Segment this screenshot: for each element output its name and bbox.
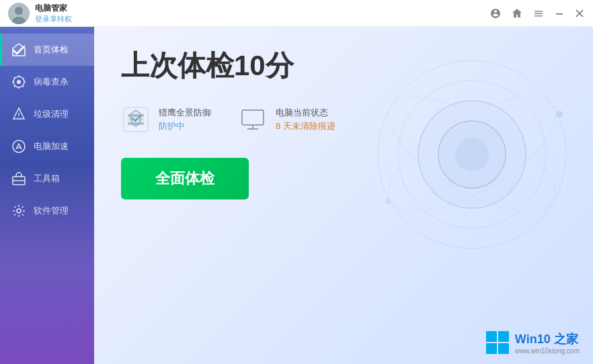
status-card-anti-virus: 猎鹰全景防御 防护中 [121,105,211,134]
status-card-pc-status: 电脑当前状态 8 天未清除痕迹 [238,105,335,134]
svg-rect-34 [486,343,497,354]
main-layout: 首页体检 病毒查杀 垃圾清理 [0,27,593,364]
svg-rect-6 [556,13,563,15]
svg-point-13 [18,117,19,118]
title-bar-icons [489,7,585,19]
sidebar-label-home-check: 首页体检 [34,44,69,56]
svg-point-26 [385,199,391,204]
sidebar-item-virus-scan[interactable]: 病毒查杀 [0,66,94,98]
home-check-icon [11,42,27,58]
sidebar-label-pc-boost: 电脑加速 [34,140,69,152]
svg-point-25 [556,111,563,118]
skin-icon[interactable] [489,7,502,19]
sidebar-label-virus-scan: 病毒查杀 [34,76,69,88]
menu-icon[interactable] [532,7,545,19]
pc-status-value: 8 天未清除痕迹 [276,120,335,132]
bg-decoration [338,47,566,262]
watermark-text: Win10 之家 www.win10xtong.com [515,331,580,355]
svg-rect-31 [244,112,262,123]
svg-point-10 [17,80,21,84]
full-checkup-button[interactable]: 全面体检 [121,158,249,199]
toolbox-icon [11,171,27,187]
sidebar: 首页体检 病毒查杀 垃圾清理 [0,27,94,364]
software-mgmt-icon [11,203,27,219]
user-info: 电脑管家 登录享特权 [35,3,72,24]
content-area: 上次体检10分 猎鹰全景防御 [94,27,593,364]
sidebar-item-home-check[interactable]: 首页体检 [0,34,94,66]
avatar[interactable] [8,3,30,24]
trash-clean-icon [11,106,27,122]
title-bar: 电脑管家 登录享特权 [0,0,593,27]
anti-virus-value: 防护中 [159,120,211,132]
pc-status-card-info: 电脑当前状态 8 天未清除痕迹 [276,107,335,132]
anti-virus-card-icon [121,105,151,134]
sidebar-label-toolbox: 工具箱 [34,173,60,185]
sidebar-item-pc-boost[interactable]: 电脑加速 [0,130,94,163]
sidebar-item-toolbox[interactable]: 工具箱 [0,163,94,195]
anti-virus-card-info: 猎鹰全景防御 防护中 [159,107,211,132]
sidebar-label-trash-clean: 垃圾清理 [34,108,69,120]
svg-rect-3 [535,11,543,12]
app-title: 电脑管家 [35,3,72,14]
virus-scan-icon [11,74,27,90]
svg-point-17 [17,209,21,213]
home-icon[interactable] [511,7,523,19]
close-button[interactable] [574,8,585,19]
svg-rect-5 [535,15,543,17]
sidebar-label-software-mgmt: 软件管理 [34,205,69,217]
watermark-url: www.win10xtong.com [515,347,580,355]
svg-rect-32 [486,331,497,342]
title-bar-left: 电脑管家 登录享特权 [8,3,72,24]
svg-rect-4 [535,13,543,14]
watermark-title: Win10 之家 [515,331,580,347]
svg-rect-35 [498,343,509,354]
anti-virus-title: 猎鹰全景防御 [159,107,211,119]
minimize-button[interactable] [554,8,565,19]
sidebar-item-trash-clean[interactable]: 垃圾清理 [0,98,94,130]
svg-point-22 [455,138,489,171]
watermark: Win10 之家 www.win10xtong.com [485,330,580,355]
pc-status-title: 电脑当前状态 [276,107,335,119]
sidebar-item-software-mgmt[interactable]: 软件管理 [0,195,94,227]
windows-logo [485,330,510,355]
login-text[interactable]: 登录享特权 [35,14,72,24]
svg-point-1 [15,7,23,15]
pc-boost-icon [11,138,27,154]
svg-rect-33 [498,331,509,342]
pc-status-card-icon [238,105,268,134]
